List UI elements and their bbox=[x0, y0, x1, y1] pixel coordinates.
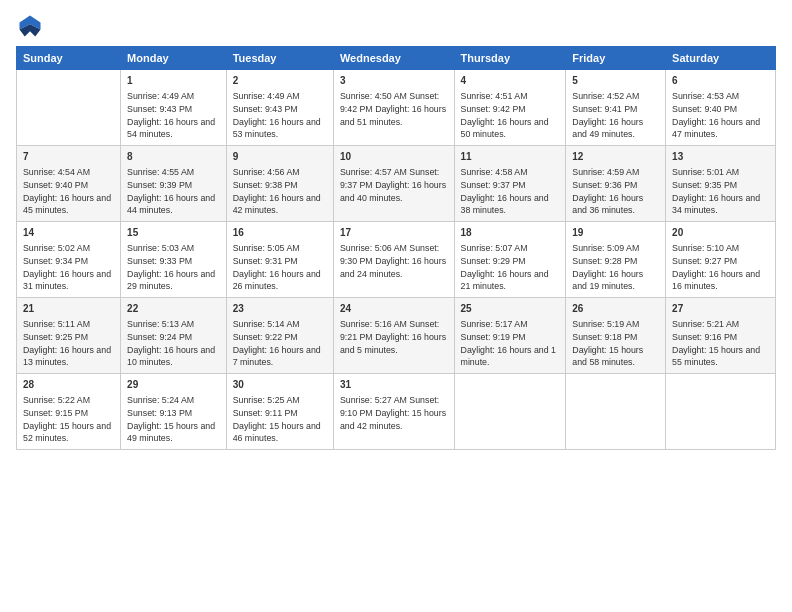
week-row-4: 21Sunrise: 5:11 AM Sunset: 9:25 PM Dayli… bbox=[17, 298, 776, 374]
cell-3-6: 19Sunrise: 5:09 AM Sunset: 9:28 PM Dayli… bbox=[566, 222, 666, 298]
cell-4-2: 22Sunrise: 5:13 AM Sunset: 9:24 PM Dayli… bbox=[121, 298, 227, 374]
cell-4-5: 25Sunrise: 5:17 AM Sunset: 9:19 PM Dayli… bbox=[454, 298, 566, 374]
day-info: Sunrise: 4:55 AM Sunset: 9:39 PM Dayligh… bbox=[127, 166, 220, 217]
col-header-monday: Monday bbox=[121, 47, 227, 70]
cell-5-4: 31Sunrise: 5:27 AM Sunset: 9:10 PM Dayli… bbox=[333, 374, 454, 450]
day-number: 3 bbox=[340, 74, 448, 88]
day-number: 19 bbox=[572, 226, 659, 240]
day-info: Sunrise: 4:58 AM Sunset: 9:37 PM Dayligh… bbox=[461, 166, 560, 217]
cell-2-5: 11Sunrise: 4:58 AM Sunset: 9:37 PM Dayli… bbox=[454, 146, 566, 222]
cell-2-3: 9Sunrise: 4:56 AM Sunset: 9:38 PM Daylig… bbox=[226, 146, 333, 222]
cell-3-4: 17Sunrise: 5:06 AM Sunset: 9:30 PM Dayli… bbox=[333, 222, 454, 298]
day-info: Sunrise: 5:19 AM Sunset: 9:18 PM Dayligh… bbox=[572, 318, 659, 369]
day-info: Sunrise: 4:49 AM Sunset: 9:43 PM Dayligh… bbox=[233, 90, 327, 141]
cell-5-6 bbox=[566, 374, 666, 450]
day-number: 10 bbox=[340, 150, 448, 164]
day-number: 8 bbox=[127, 150, 220, 164]
cell-1-7: 6Sunrise: 4:53 AM Sunset: 9:40 PM Daylig… bbox=[666, 70, 776, 146]
page: SundayMondayTuesdayWednesdayThursdayFrid… bbox=[0, 0, 792, 612]
cell-2-6: 12Sunrise: 4:59 AM Sunset: 9:36 PM Dayli… bbox=[566, 146, 666, 222]
day-info: Sunrise: 5:24 AM Sunset: 9:13 PM Dayligh… bbox=[127, 394, 220, 445]
header bbox=[16, 12, 776, 40]
day-info: Sunrise: 4:54 AM Sunset: 9:40 PM Dayligh… bbox=[23, 166, 114, 217]
day-info: Sunrise: 5:22 AM Sunset: 9:15 PM Dayligh… bbox=[23, 394, 114, 445]
day-info: Sunrise: 4:49 AM Sunset: 9:43 PM Dayligh… bbox=[127, 90, 220, 141]
day-number: 12 bbox=[572, 150, 659, 164]
day-number: 30 bbox=[233, 378, 327, 392]
day-number: 1 bbox=[127, 74, 220, 88]
cell-2-2: 8Sunrise: 4:55 AM Sunset: 9:39 PM Daylig… bbox=[121, 146, 227, 222]
col-header-saturday: Saturday bbox=[666, 47, 776, 70]
calendar-table: SundayMondayTuesdayWednesdayThursdayFrid… bbox=[16, 46, 776, 450]
day-info: Sunrise: 4:59 AM Sunset: 9:36 PM Dayligh… bbox=[572, 166, 659, 217]
day-number: 21 bbox=[23, 302, 114, 316]
day-number: 18 bbox=[461, 226, 560, 240]
cell-3-2: 15Sunrise: 5:03 AM Sunset: 9:33 PM Dayli… bbox=[121, 222, 227, 298]
day-info: Sunrise: 4:50 AM Sunset: 9:42 PM Dayligh… bbox=[340, 90, 448, 128]
cell-4-7: 27Sunrise: 5:21 AM Sunset: 9:16 PM Dayli… bbox=[666, 298, 776, 374]
day-number: 7 bbox=[23, 150, 114, 164]
cell-4-3: 23Sunrise: 5:14 AM Sunset: 9:22 PM Dayli… bbox=[226, 298, 333, 374]
col-header-thursday: Thursday bbox=[454, 47, 566, 70]
day-info: Sunrise: 5:02 AM Sunset: 9:34 PM Dayligh… bbox=[23, 242, 114, 293]
day-number: 25 bbox=[461, 302, 560, 316]
day-number: 2 bbox=[233, 74, 327, 88]
day-info: Sunrise: 5:09 AM Sunset: 9:28 PM Dayligh… bbox=[572, 242, 659, 293]
day-info: Sunrise: 5:16 AM Sunset: 9:21 PM Dayligh… bbox=[340, 318, 448, 356]
day-number: 4 bbox=[461, 74, 560, 88]
cell-5-5 bbox=[454, 374, 566, 450]
day-info: Sunrise: 5:10 AM Sunset: 9:27 PM Dayligh… bbox=[672, 242, 769, 293]
day-info: Sunrise: 4:51 AM Sunset: 9:42 PM Dayligh… bbox=[461, 90, 560, 141]
cell-5-3: 30Sunrise: 5:25 AM Sunset: 9:11 PM Dayli… bbox=[226, 374, 333, 450]
day-info: Sunrise: 5:25 AM Sunset: 9:11 PM Dayligh… bbox=[233, 394, 327, 445]
cell-2-4: 10Sunrise: 4:57 AM Sunset: 9:37 PM Dayli… bbox=[333, 146, 454, 222]
cell-1-1 bbox=[17, 70, 121, 146]
cell-5-2: 29Sunrise: 5:24 AM Sunset: 9:13 PM Dayli… bbox=[121, 374, 227, 450]
col-header-sunday: Sunday bbox=[17, 47, 121, 70]
cell-4-6: 26Sunrise: 5:19 AM Sunset: 9:18 PM Dayli… bbox=[566, 298, 666, 374]
day-info: Sunrise: 5:13 AM Sunset: 9:24 PM Dayligh… bbox=[127, 318, 220, 369]
cell-5-7 bbox=[666, 374, 776, 450]
day-number: 16 bbox=[233, 226, 327, 240]
day-info: Sunrise: 5:27 AM Sunset: 9:10 PM Dayligh… bbox=[340, 394, 448, 432]
day-info: Sunrise: 4:53 AM Sunset: 9:40 PM Dayligh… bbox=[672, 90, 769, 141]
day-number: 29 bbox=[127, 378, 220, 392]
day-info: Sunrise: 4:56 AM Sunset: 9:38 PM Dayligh… bbox=[233, 166, 327, 217]
cell-3-1: 14Sunrise: 5:02 AM Sunset: 9:34 PM Dayli… bbox=[17, 222, 121, 298]
week-row-3: 14Sunrise: 5:02 AM Sunset: 9:34 PM Dayli… bbox=[17, 222, 776, 298]
cell-4-1: 21Sunrise: 5:11 AM Sunset: 9:25 PM Dayli… bbox=[17, 298, 121, 374]
day-number: 26 bbox=[572, 302, 659, 316]
day-number: 28 bbox=[23, 378, 114, 392]
day-number: 14 bbox=[23, 226, 114, 240]
col-header-wednesday: Wednesday bbox=[333, 47, 454, 70]
day-info: Sunrise: 5:03 AM Sunset: 9:33 PM Dayligh… bbox=[127, 242, 220, 293]
cell-1-2: 1Sunrise: 4:49 AM Sunset: 9:43 PM Daylig… bbox=[121, 70, 227, 146]
cell-1-5: 4Sunrise: 4:51 AM Sunset: 9:42 PM Daylig… bbox=[454, 70, 566, 146]
day-number: 20 bbox=[672, 226, 769, 240]
cell-2-1: 7Sunrise: 4:54 AM Sunset: 9:40 PM Daylig… bbox=[17, 146, 121, 222]
logo-icon bbox=[16, 12, 44, 40]
day-number: 6 bbox=[672, 74, 769, 88]
week-row-1: 1Sunrise: 4:49 AM Sunset: 9:43 PM Daylig… bbox=[17, 70, 776, 146]
day-info: Sunrise: 5:05 AM Sunset: 9:31 PM Dayligh… bbox=[233, 242, 327, 293]
day-number: 23 bbox=[233, 302, 327, 316]
col-header-tuesday: Tuesday bbox=[226, 47, 333, 70]
day-info: Sunrise: 5:06 AM Sunset: 9:30 PM Dayligh… bbox=[340, 242, 448, 280]
day-number: 13 bbox=[672, 150, 769, 164]
cell-1-4: 3Sunrise: 4:50 AM Sunset: 9:42 PM Daylig… bbox=[333, 70, 454, 146]
logo bbox=[16, 12, 48, 40]
day-info: Sunrise: 5:14 AM Sunset: 9:22 PM Dayligh… bbox=[233, 318, 327, 369]
week-row-5: 28Sunrise: 5:22 AM Sunset: 9:15 PM Dayli… bbox=[17, 374, 776, 450]
cell-5-1: 28Sunrise: 5:22 AM Sunset: 9:15 PM Dayli… bbox=[17, 374, 121, 450]
day-number: 17 bbox=[340, 226, 448, 240]
cell-1-6: 5Sunrise: 4:52 AM Sunset: 9:41 PM Daylig… bbox=[566, 70, 666, 146]
day-info: Sunrise: 5:17 AM Sunset: 9:19 PM Dayligh… bbox=[461, 318, 560, 369]
day-info: Sunrise: 4:52 AM Sunset: 9:41 PM Dayligh… bbox=[572, 90, 659, 141]
cell-3-3: 16Sunrise: 5:05 AM Sunset: 9:31 PM Dayli… bbox=[226, 222, 333, 298]
day-number: 11 bbox=[461, 150, 560, 164]
day-info: Sunrise: 5:01 AM Sunset: 9:35 PM Dayligh… bbox=[672, 166, 769, 217]
col-header-friday: Friday bbox=[566, 47, 666, 70]
cell-4-4: 24Sunrise: 5:16 AM Sunset: 9:21 PM Dayli… bbox=[333, 298, 454, 374]
day-number: 5 bbox=[572, 74, 659, 88]
day-number: 27 bbox=[672, 302, 769, 316]
